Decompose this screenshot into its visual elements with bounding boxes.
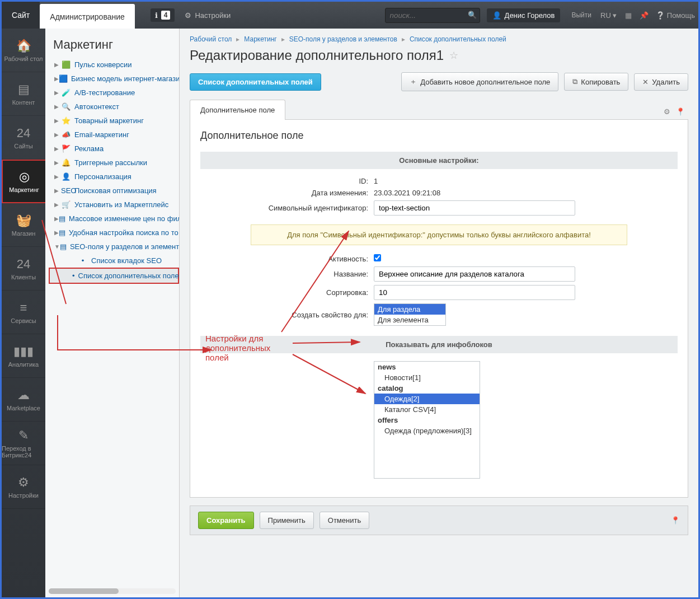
code-input[interactable] bbox=[374, 200, 575, 216]
sidebar-item[interactable]: ▶⭐Товарный маркетинг bbox=[49, 114, 179, 128]
sort-input[interactable] bbox=[374, 285, 575, 300]
calendar-icon[interactable]: ▦ bbox=[625, 11, 632, 20]
search-input[interactable] bbox=[385, 8, 480, 23]
createfor-option[interactable]: Для зелемента bbox=[374, 315, 445, 325]
iblock-option[interactable]: Одежда[2] bbox=[374, 394, 480, 404]
expand-icon: ▶ bbox=[54, 104, 61, 110]
cancel-button[interactable]: Отменить bbox=[320, 512, 369, 529]
rail-icon: ☁ bbox=[17, 388, 30, 403]
breadcrumb-item[interactable]: Маркетинг bbox=[244, 35, 276, 43]
name-input[interactable] bbox=[374, 266, 575, 282]
sidebar-item[interactable]: ▶🟦Бизнес модель интернет-магазина bbox=[49, 72, 179, 86]
lang-label: RU bbox=[600, 11, 611, 20]
sidebar-item[interactable]: ▶▤Массовое изменение цен по фил. bbox=[49, 212, 179, 226]
rail-item-рабочий-стол[interactable]: 🏠Рабочий стол bbox=[2, 29, 45, 72]
sidebar-item-label: Бизнес модель интернет-магазина bbox=[71, 74, 180, 83]
sidebar-item[interactable]: ▶🔍Автоконтекст bbox=[49, 100, 179, 114]
sidebar-item-label: Пульс конверсии bbox=[74, 60, 132, 69]
sidebar-item[interactable]: ▶🔔Триггерные рассылки bbox=[49, 156, 179, 170]
sidebar-item-label: Персонализация bbox=[74, 172, 131, 181]
help-link[interactable]: ❔Помощь bbox=[656, 11, 695, 20]
bullet-icon: • bbox=[78, 256, 88, 265]
notifications-badge[interactable]: ℹ 4 bbox=[151, 8, 175, 22]
search-icon[interactable]: 🔍 bbox=[468, 11, 477, 19]
expand-icon: ▶ bbox=[54, 76, 59, 82]
rail-item-клиенты[interactable]: 24Клиенты bbox=[2, 247, 45, 291]
apply-button[interactable]: Применить bbox=[260, 512, 314, 529]
sidebar-item[interactable]: ▶🛒Установить из Маркетплейс bbox=[49, 198, 179, 212]
rail-item-контент[interactable]: ▤Контент bbox=[2, 72, 45, 116]
active-checkbox[interactable] bbox=[374, 254, 381, 261]
iblock-option[interactable]: Новости[1] bbox=[374, 372, 480, 383]
expand-icon: ▶ bbox=[54, 230, 59, 236]
node-icon: 🛒 bbox=[61, 200, 71, 209]
sidebar-item[interactable]: •Список вкладок SEO bbox=[49, 254, 179, 268]
pin-icon[interactable]: 📌 bbox=[640, 11, 649, 20]
tab-admin[interactable]: Администрирование bbox=[40, 4, 135, 29]
pin-icon[interactable]: 📍 bbox=[676, 107, 685, 116]
logout-link[interactable]: Выйти bbox=[571, 11, 591, 19]
list-button[interactable]: Список дополнительных полей bbox=[190, 73, 321, 91]
rail-item-магазин[interactable]: 🧺Магазин bbox=[2, 203, 45, 247]
sidebar-item[interactable]: ▼▤SEO-поля у разделов и элементов bbox=[49, 240, 179, 254]
top-bar: Сайт Администрирование ℹ 4 ⚙ Настройки 🔍… bbox=[2, 2, 698, 29]
notification-count: 4 bbox=[161, 11, 171, 20]
breadcrumb-item[interactable]: Рабочий стол bbox=[190, 35, 232, 43]
rail-item-настройки[interactable]: ⚙Настройки bbox=[2, 465, 45, 509]
breadcrumb-item[interactable]: SEO-поля у разделов и элементов bbox=[289, 35, 397, 43]
tab-site[interactable]: Сайт bbox=[2, 2, 40, 29]
delete-button[interactable]: ✕Удалить bbox=[634, 73, 688, 91]
copy-button[interactable]: ⧉Копировать bbox=[564, 73, 628, 91]
sidebar-item[interactable]: ▶👤Персонализация bbox=[49, 170, 179, 184]
breadcrumb-item[interactable]: Список дополнительных полей bbox=[410, 35, 506, 43]
iblock-option[interactable]: Одежда (предложения)[3] bbox=[374, 425, 480, 436]
sidebar-item[interactable]: ▶🧪А/В-тестирование bbox=[49, 86, 179, 100]
rail-item-сайты[interactable]: 24Сайты bbox=[2, 116, 45, 160]
sidebar-item[interactable]: ▶📣Email-маркетинг bbox=[49, 128, 179, 142]
node-icon: 🟩 bbox=[61, 60, 71, 69]
add-button[interactable]: ＋Добавить новое дополнительное поле bbox=[401, 72, 558, 91]
favorite-star-icon[interactable]: ☆ bbox=[449, 49, 458, 62]
copy-icon: ⧉ bbox=[572, 77, 577, 86]
rail-item-переход-в-битрикс24[interactable]: ✎Переход в Битрикс24 bbox=[2, 422, 45, 465]
sidebar-item[interactable]: ▶🟩Пульс конверсии bbox=[49, 58, 179, 72]
createfor-select[interactable]: Для разделаДля зелемента bbox=[374, 303, 446, 326]
gear-icon[interactable]: ⚙ bbox=[664, 107, 670, 116]
section-main-settings: Основные настройки: bbox=[200, 152, 678, 169]
sidebar-item[interactable]: ▶🚩Реклама bbox=[49, 142, 179, 156]
sidebar-item-label: SEO-поля у разделов и элементов bbox=[70, 242, 180, 251]
node-icon: 📣 bbox=[61, 130, 71, 139]
topbar-settings[interactable]: ⚙ Настройки bbox=[185, 11, 231, 20]
sidebar-item[interactable]: ▶SEOПоисковая оптимизация bbox=[49, 184, 179, 198]
iblock-option[interactable]: Каталог CSV[4] bbox=[374, 404, 480, 415]
scrollbar-thumb[interactable] bbox=[49, 588, 119, 594]
topbar-search: 🔍 bbox=[385, 8, 480, 23]
sidebar-tree: ▶🟩Пульс конверсии▶🟦Бизнес модель интерне… bbox=[45, 58, 179, 284]
horizontal-scrollbar[interactable] bbox=[49, 588, 176, 594]
lang-switch[interactable]: RU▾ bbox=[600, 11, 617, 20]
user-menu[interactable]: 👤 Денис Горелов bbox=[487, 8, 561, 22]
node-icon: 🚩 bbox=[61, 144, 71, 153]
sidebar-item[interactable]: ▶▤Удобная настройка поиска по то bbox=[49, 226, 179, 240]
createfor-option[interactable]: Для раздела bbox=[374, 304, 445, 315]
iblocks-select[interactable]: newsНовости[1]catalogОдежда[2]Каталог CS… bbox=[374, 361, 480, 479]
user-name: Денис Горелов bbox=[505, 11, 555, 20]
rail-item-маркетинг[interactable]: ◎Маркетинг bbox=[2, 160, 45, 203]
sidebar-item-label: Email-маркетинг bbox=[74, 130, 129, 139]
sidebar-item-label: Реклама bbox=[74, 144, 104, 153]
rail-label: Контент bbox=[12, 99, 35, 106]
node-icon: 👤 bbox=[61, 172, 71, 181]
sidebar-item[interactable]: •Список дополнительных полей bbox=[49, 268, 179, 284]
rail-item-аналитика[interactable]: ▮▮▮Аналитика bbox=[2, 334, 45, 378]
rail-item-marketplace[interactable]: ☁Marketplace bbox=[2, 378, 45, 422]
rail-item-сервисы[interactable]: ≡Сервисы bbox=[2, 291, 45, 334]
tab-bar: Дополнительное поле ⚙ 📍 bbox=[190, 99, 688, 120]
sidebar-marketing: Маркетинг ▶🟩Пульс конверсии▶🟦Бизнес моде… bbox=[45, 29, 180, 597]
sort-label: Сортировка: bbox=[200, 288, 374, 297]
tab-additional-field[interactable]: Дополнительное поле bbox=[190, 100, 285, 120]
pin-icon[interactable]: 📍 bbox=[671, 516, 680, 525]
active-label: Активность: bbox=[200, 255, 374, 263]
date-label: Дата изменения: bbox=[200, 189, 374, 197]
id-value: 1 bbox=[374, 177, 678, 185]
save-button[interactable]: Сохранить bbox=[198, 512, 254, 529]
